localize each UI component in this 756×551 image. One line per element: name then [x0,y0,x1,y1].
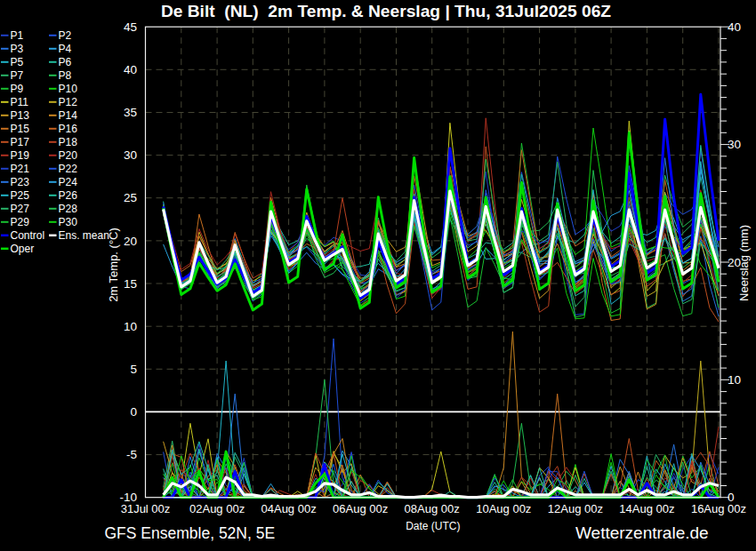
svg-text:P25: P25 [11,189,30,202]
svg-text:De Bilt (NL) 2m Temp. & Neer: De Bilt (NL) 2m Temp. & Neerslag | Thu, … [161,2,611,20]
svg-text:P12: P12 [59,96,78,108]
svg-text:P2: P2 [59,29,72,42]
svg-text:25: 25 [124,191,137,204]
svg-text:P15: P15 [11,123,30,135]
svg-text:40: 40 [728,20,741,34]
svg-text:04Aug 00z: 04Aug 00z [261,502,317,515]
svg-text:P5: P5 [11,56,24,68]
svg-text:16Aug 00z: 16Aug 00z [691,502,746,515]
svg-text:P13: P13 [11,109,30,122]
svg-text:Wetterzentrale.de: Wetterzentrale.de [575,523,709,542]
svg-text:P8: P8 [59,69,72,82]
svg-text:P14: P14 [59,109,78,122]
svg-text:P6: P6 [59,56,72,68]
svg-text:P19: P19 [11,149,30,162]
svg-text:P17: P17 [11,136,30,148]
svg-text:P20: P20 [59,149,78,162]
svg-text:Neerslag (mm): Neerslag (mm) [737,225,751,301]
svg-text:GFS Ensemble, 52N, 5E: GFS Ensemble, 52N, 5E [105,524,276,542]
svg-text:P4: P4 [59,43,72,55]
svg-text:45: 45 [124,20,137,34]
svg-text:-5: -5 [126,448,137,461]
svg-text:Ens. mean: Ens. mean [59,229,109,242]
svg-text:P16: P16 [59,123,78,135]
svg-text:P26: P26 [59,189,78,202]
svg-text:30: 30 [728,138,741,151]
svg-text:P24: P24 [59,176,78,188]
svg-text:P21: P21 [11,163,30,175]
svg-text:P30: P30 [59,216,78,228]
svg-text:Date (UTC): Date (UTC) [406,520,460,532]
svg-text:35: 35 [124,106,137,119]
svg-text:10: 10 [124,320,137,333]
svg-text:10Aug 00z: 10Aug 00z [476,502,531,515]
svg-text:P18: P18 [59,136,78,148]
svg-text:31Jul 00z: 31Jul 00z [121,502,171,515]
svg-text:P28: P28 [59,203,78,215]
svg-text:Control: Control [11,229,45,242]
svg-text:30: 30 [124,148,137,162]
svg-text:P9: P9 [11,83,24,95]
svg-text:Oper: Oper [11,243,35,255]
svg-text:12Aug 00z: 12Aug 00z [548,502,603,515]
svg-text:0: 0 [130,405,137,419]
svg-text:P23: P23 [11,176,30,188]
svg-text:14Aug 00z: 14Aug 00z [619,502,674,515]
svg-text:P1: P1 [11,29,24,42]
svg-text:P10: P10 [59,83,78,95]
svg-text:40: 40 [124,63,137,76]
svg-text:P7: P7 [11,69,24,82]
svg-text:P11: P11 [11,96,29,108]
svg-text:15: 15 [124,277,137,291]
svg-text:02Aug 00z: 02Aug 00z [189,502,245,515]
svg-text:P22: P22 [59,163,78,175]
svg-text:08Aug 00z: 08Aug 00z [405,502,460,515]
svg-text:10: 10 [728,373,741,387]
svg-text:2m Temp. (°C): 2m Temp. (°C) [107,228,120,302]
svg-text:P27: P27 [11,203,30,215]
svg-text:5: 5 [130,363,137,376]
svg-text:P3: P3 [11,43,24,55]
svg-text:06Aug 00z: 06Aug 00z [333,502,388,515]
svg-text:P29: P29 [11,216,30,228]
svg-text:20: 20 [124,235,137,248]
